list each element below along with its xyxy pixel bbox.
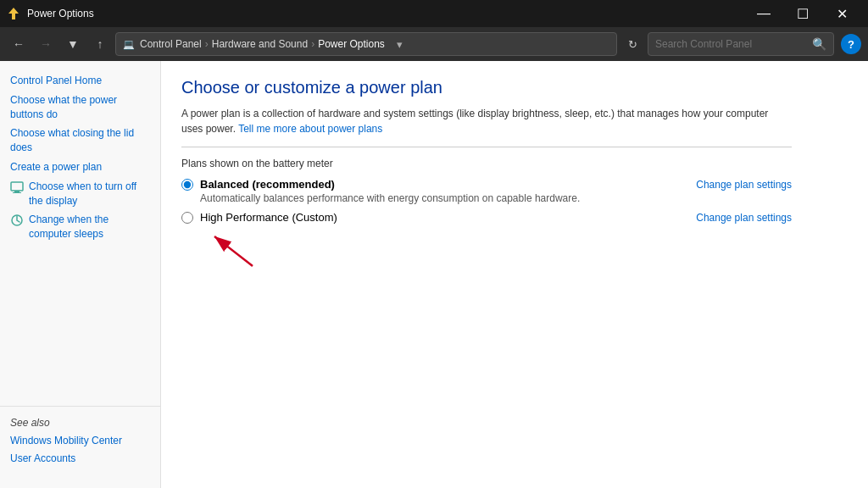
help-button[interactable]: ? [841, 34, 861, 54]
main-container: Control Panel Home Choose what the power… [0, 61, 868, 488]
plan-name-wrap-high-perf: High Performance (Custom) [181, 211, 682, 224]
breadcrumb-control-panel[interactable]: Control Panel [140, 38, 202, 50]
page-title: Choose or customize a power plan [181, 78, 848, 97]
sidebar: Control Panel Home Choose what the power… [0, 61, 161, 488]
breadcrumb: Control Panel › Hardware and Sound › Pow… [140, 38, 385, 50]
titlebar: Power Options — ☐ ✕ [0, 0, 868, 27]
plan-left-balanced: Balanced (recommended) Automatically bal… [181, 178, 682, 204]
content-area: Choose or customize a power plan A power… [161, 61, 868, 488]
plan-radio-balanced[interactable] [181, 179, 193, 191]
refresh-button[interactable]: ↻ [620, 32, 644, 56]
search-icon: 🔍 [812, 37, 826, 51]
plan-item-balanced: Balanced (recommended) Automatically bal… [181, 178, 792, 204]
sidebar-user-accounts[interactable]: User Accounts [10, 450, 150, 468]
app-icon [7, 7, 20, 20]
plan-desc-balanced: Automatically balances performance with … [200, 192, 682, 204]
search-input[interactable] [655, 38, 807, 50]
up-button[interactable]: ↑ [88, 32, 112, 56]
maximize-button[interactable]: ☐ [783, 0, 822, 27]
plan-name-high-perf[interactable]: High Performance (Custom) [200, 211, 337, 224]
breadcrumb-current: Power Options [318, 38, 385, 50]
sidebar-item-sleep-label: Change when the computer sleeps [29, 213, 150, 241]
close-button[interactable]: ✕ [822, 0, 861, 27]
minimize-button[interactable]: — [744, 0, 783, 27]
sidebar-item-lid[interactable]: Choose what closing the lid does [0, 124, 160, 158]
arrow-annotation [193, 228, 261, 270]
monitor-icon [10, 180, 24, 194]
search-box: 🔍 [648, 32, 834, 56]
forward-button[interactable]: → [34, 32, 58, 56]
sleep-icon [10, 214, 24, 227]
plan-item-high-perf: High Performance (Custom) Change plan se… [181, 211, 792, 224]
plan-radio-high-perf[interactable] [181, 212, 193, 224]
titlebar-controls: — ☐ ✕ [744, 0, 861, 27]
sidebar-item-create-plan[interactable]: Create a power plan [0, 158, 160, 177]
section-label: Plans shown on the battery meter [181, 158, 848, 169]
change-plan-link-high-perf[interactable]: Change plan settings [696, 211, 792, 224]
svg-rect-3 [13, 192, 21, 193]
svg-rect-2 [14, 191, 19, 192]
page-description: A power plan is a collection of hardware… [181, 106, 775, 136]
address-box: 💻 Control Panel › Hardware and Sound › P… [115, 32, 617, 56]
sidebar-windows-mobility[interactable]: Windows Mobility Center [10, 432, 150, 450]
plan-name-wrap-balanced: Balanced (recommended) [181, 178, 682, 191]
sidebar-item-turn-off-display[interactable]: Choose when to turn off the display [0, 177, 160, 211]
titlebar-title: Power Options [27, 8, 737, 19]
sidebar-see-also: See also Windows Mobility Center User Ac… [0, 406, 160, 478]
change-plan-link-balanced[interactable]: Change plan settings [696, 178, 792, 191]
sidebar-item-turn-off-display-label: Choose when to turn off the display [29, 180, 150, 208]
sidebar-item-sleep[interactable]: Change when the computer sleeps [0, 210, 160, 244]
see-also-title: See also [10, 417, 150, 429]
sidebar-item-power-buttons[interactable]: Choose what the power buttons do [0, 91, 160, 125]
sidebar-item-control-panel-home[interactable]: Control Panel Home [0, 71, 160, 91]
breadcrumb-hardware-sound[interactable]: Hardware and Sound [212, 38, 308, 50]
plan-name-balanced[interactable]: Balanced (recommended) [200, 178, 335, 191]
recent-locations-button[interactable]: ▼ [61, 32, 85, 56]
addressbar: ← → ▼ ↑ 💻 Control Panel › Hardware and S… [0, 27, 868, 61]
section-divider [181, 147, 792, 147]
svg-rect-1 [11, 182, 23, 191]
address-dropdown-button[interactable]: ▾ [390, 34, 410, 54]
back-button[interactable]: ← [7, 32, 31, 56]
learn-more-link[interactable]: Tell me more about power plans [238, 123, 382, 135]
plan-left-high-perf: High Performance (Custom) [181, 211, 682, 224]
svg-marker-0 [8, 8, 19, 19]
